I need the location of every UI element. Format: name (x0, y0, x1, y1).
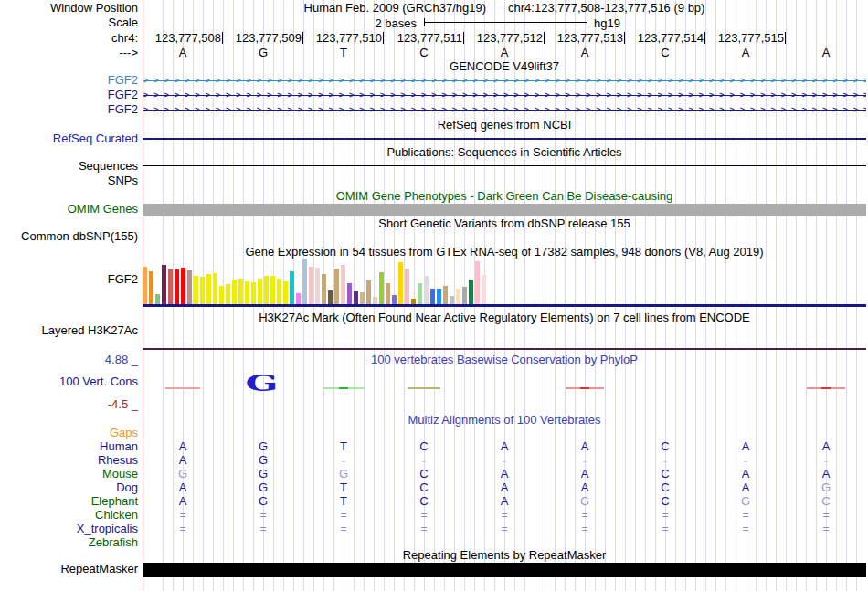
gtex-bar[interactable] (296, 293, 301, 304)
alignment-cell: A (705, 481, 786, 494)
omim-genes-label[interactable]: OMIM Genes (0, 203, 138, 216)
species-label-gaps[interactable]: Gaps (0, 427, 138, 439)
species-label-x_tropicalis[interactable]: X_tropicalis (0, 522, 138, 535)
alignment-cell: A (464, 481, 545, 494)
alignment-cell: G (545, 495, 625, 508)
gtex-bar[interactable] (258, 279, 262, 304)
gtex-bar[interactable] (302, 259, 307, 304)
gtex-bar-chart[interactable] (143, 259, 866, 304)
gtex-bar[interactable] (379, 272, 384, 304)
gencode-gene-label[interactable]: FGF2 (0, 74, 138, 87)
gtex-bar[interactable] (181, 268, 185, 304)
gtex-bar[interactable] (264, 276, 269, 304)
gtex-bar[interactable] (443, 286, 448, 304)
gtex-bar[interactable] (187, 270, 192, 304)
alignment-row[interactable]: ========= (143, 522, 866, 535)
alignment-cell: = (143, 522, 223, 535)
gtex-bar[interactable] (232, 280, 237, 304)
assembly-label: Human Feb. 2009 (GRCh37/hg19) (304, 1, 486, 15)
gencode-gene-model[interactable]: >>>>>>>>>>>>>>>>>>>>>>>>>>>>>>>>>>>>>>>>… (143, 104, 866, 116)
gtex-bar[interactable] (462, 287, 467, 304)
omim-gene-bar[interactable] (143, 204, 866, 216)
gtex-bar[interactable] (206, 274, 211, 304)
gtex-bar[interactable] (386, 283, 390, 304)
vert-cons-label[interactable]: 100 Vert. Cons (0, 375, 138, 388)
gtex-bar[interactable] (149, 271, 153, 304)
layered-h3k27ac-label[interactable]: Layered H3K27Ac (0, 324, 138, 337)
phylop-dash-mark (408, 387, 440, 389)
gtex-bar[interactable] (315, 268, 320, 304)
gtex-bar[interactable] (392, 295, 397, 304)
alignment-row[interactable]: GGGCAACAA (143, 468, 866, 480)
gtex-bar[interactable] (334, 269, 339, 304)
gtex-bar[interactable] (482, 275, 486, 304)
species-label-human[interactable]: Human (0, 440, 138, 453)
snps-label[interactable]: SNPs (0, 174, 138, 187)
gtex-bar[interactable] (322, 274, 326, 304)
gtex-bar[interactable] (251, 282, 256, 304)
gtex-bar[interactable] (309, 267, 313, 304)
gtex-bar[interactable] (405, 269, 409, 304)
gencode-gene-label[interactable]: FGF2 (0, 89, 138, 101)
gtex-bar[interactable] (341, 265, 345, 304)
gtex-bar[interactable] (194, 276, 198, 304)
gtex-bar[interactable] (469, 280, 473, 304)
gencode-track-title: GENCODE V49lift37 (143, 60, 866, 73)
gtex-bar[interactable] (213, 273, 217, 304)
phylop-min-value: -4.5 _ (0, 398, 138, 411)
gtex-bar[interactable] (437, 289, 441, 304)
gtex-bar[interactable] (418, 283, 422, 304)
gtex-bar[interactable] (373, 297, 377, 304)
gtex-bar[interactable] (245, 281, 249, 304)
gtex-bar[interactable] (424, 276, 429, 304)
gtex-bar[interactable] (143, 267, 147, 304)
gtex-bar[interactable] (347, 283, 352, 304)
gtex-bar[interactable] (175, 269, 179, 304)
gtex-bar[interactable] (270, 276, 275, 304)
gtex-bar[interactable] (366, 280, 371, 304)
species-label-chicken[interactable]: Chicken (0, 509, 138, 522)
repeatmasker-label[interactable]: RepeatMasker (0, 563, 138, 575)
alignment-cell: - (705, 454, 786, 467)
gtex-bar[interactable] (238, 279, 243, 304)
gencode-gene-label[interactable]: FGF2 (0, 103, 138, 116)
gtex-bar[interactable] (456, 289, 460, 304)
gtex-bar[interactable] (168, 269, 173, 304)
gtex-gene-model-line[interactable] (143, 304, 866, 307)
species-label-dog[interactable]: Dog (0, 481, 138, 494)
species-label-zebrafish[interactable]: Zebrafish (0, 536, 138, 549)
gtex-bar[interactable] (354, 291, 358, 304)
gtex-bar[interactable] (290, 271, 294, 304)
alignment-row[interactable]: AGTCAGCGC (143, 495, 866, 508)
gencode-gene-model[interactable]: >>>>>>>>>>>>>>>>>>>>>>>>>>>>>>>>>>>>>>>>… (143, 90, 866, 101)
gtex-bar[interactable] (200, 277, 205, 304)
gencode-gene-model[interactable]: >>>>>>>>>>>>>>>>>>>>>>>>>>>>>>>>>>>>>>>>… (143, 75, 866, 87)
gtex-bar[interactable] (450, 296, 454, 304)
gtex-bar[interactable] (398, 262, 403, 304)
gtex-bar[interactable] (475, 261, 480, 304)
gtex-bar[interactable] (283, 281, 288, 304)
species-label-rhesus[interactable]: Rhesus (0, 454, 138, 467)
alignment-row[interactable]: AGTCAACAA (143, 440, 866, 453)
gtex-bar[interactable] (328, 290, 333, 304)
sequences-label[interactable]: Sequences (0, 160, 138, 173)
gtex-bar[interactable] (219, 286, 224, 304)
gtex-bar[interactable] (430, 289, 435, 304)
gtex-gene-label[interactable]: FGF2 (0, 273, 138, 286)
alignment-row[interactable]: AG------- (143, 454, 866, 467)
species-label-elephant[interactable]: Elephant (0, 495, 138, 508)
gtex-bar[interactable] (155, 294, 160, 304)
alignment-row[interactable]: AGTCAACAG (143, 481, 866, 494)
gtex-bar[interactable] (360, 292, 365, 304)
sequences-feature-line[interactable] (143, 165, 866, 166)
phylop-track[interactable]: G (143, 370, 866, 399)
refseq-gene-line[interactable] (143, 138, 866, 140)
common-dbsnp-label[interactable]: Common dbSNP(155) (0, 230, 138, 243)
gtex-bar[interactable] (162, 265, 166, 304)
gtex-bar[interactable] (277, 279, 281, 304)
repeatmasker-feature-bar[interactable] (143, 563, 866, 577)
refseq-curated-label[interactable]: RefSeq Curated (0, 132, 138, 145)
alignment-row[interactable]: ========= (143, 509, 866, 522)
species-label-mouse[interactable]: Mouse (0, 468, 138, 480)
gtex-bar[interactable] (226, 284, 230, 304)
